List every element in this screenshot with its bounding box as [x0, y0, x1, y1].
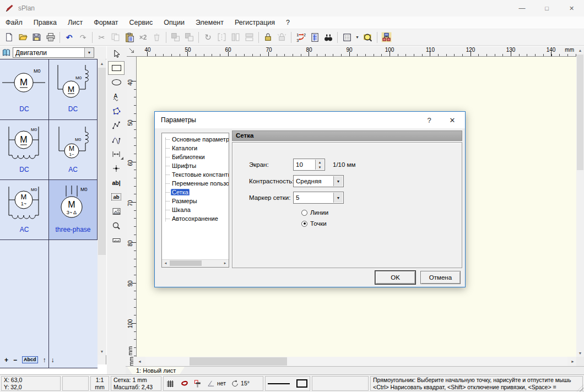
snap-pin-icon[interactable]	[194, 379, 202, 388]
move-up-icon[interactable]: ↑	[43, 356, 46, 364]
cancel-button[interactable]: Отмена	[420, 271, 461, 284]
menu-file[interactable]: Файл	[0, 17, 28, 29]
chevron-down-icon[interactable]: ▼	[333, 193, 343, 203]
save-icon[interactable]	[30, 30, 44, 44]
close-button[interactable]: ✕	[559, 0, 584, 17]
tree-item-libraries[interactable]: Библиотеки	[162, 153, 229, 161]
ellipse-tool[interactable]	[108, 75, 125, 89]
minimize-button[interactable]: —	[510, 0, 534, 17]
scroll-thumb[interactable]	[170, 260, 202, 266]
node-point-tool[interactable]	[108, 161, 125, 175]
renumber-icon[interactable]: 123	[294, 30, 307, 44]
sheet-tab-active[interactable]: 1: Новый лист	[127, 367, 185, 375]
menu-edit[interactable]: Правка	[28, 17, 62, 29]
symbol-ac-coil-bottom[interactable]: M1~M0 AC	[0, 180, 49, 240]
hierarchy-icon[interactable]	[380, 30, 393, 44]
send-to-back-icon[interactable]	[182, 30, 196, 44]
grid-dropdown-icon[interactable]: ▼	[354, 30, 361, 44]
tree-item-autosave[interactable]: Автосохранение	[162, 214, 229, 223]
maximize-button[interactable]: □	[534, 0, 559, 17]
text-tool[interactable]: ab|	[108, 176, 125, 189]
fill-style-sample[interactable]	[296, 379, 307, 388]
canvas-vscrollbar[interactable]: ▲ ▼	[576, 46, 584, 357]
undo-icon[interactable]: ↶	[62, 30, 76, 44]
symbol-ac-coil-right[interactable]: M1~M0 AC	[49, 120, 98, 180]
tree-item-text-constants[interactable]: Текстовые константы	[162, 170, 229, 179]
tree-item-grid[interactable]: Сетка	[162, 188, 229, 197]
scroll-thumb[interactable]	[190, 357, 287, 366]
grid-toggle-icon[interactable]	[166, 379, 175, 388]
library-select[interactable]: Двигатели ▼	[13, 47, 94, 58]
zoom-tool[interactable]	[108, 219, 125, 232]
new-icon[interactable]	[2, 30, 16, 44]
symbol-dc-plain[interactable]: MM0 DC	[0, 59, 49, 120]
library-scrollbar[interactable]: ▲ ▼	[98, 59, 106, 355]
tree-item-fonts[interactable]: Шрифты	[162, 161, 229, 170]
symbol-three-phase[interactable]: M3~ ΔM0 three-phase	[49, 180, 98, 240]
scroll-thumb[interactable]	[98, 68, 106, 255]
menu-sheet[interactable]: Лист	[62, 17, 88, 29]
radio-dots[interactable]: Точки	[301, 220, 327, 227]
scroll-up-icon[interactable]: ▲	[576, 46, 584, 54]
marker-select[interactable]: 5 ▼	[293, 192, 344, 204]
tree-item-general[interactable]: Основные параметры	[162, 135, 229, 144]
search-icon[interactable]	[321, 30, 335, 44]
canvas-hscrollbar[interactable]: mm ◄ ►	[127, 357, 576, 366]
select-tool[interactable]	[108, 47, 125, 61]
tree-item-catalogs[interactable]: Каталоги	[162, 144, 229, 153]
scroll-down-icon[interactable]: ▼	[576, 349, 584, 357]
scroll-thumb[interactable]	[577, 55, 583, 170]
chevron-down-icon[interactable]: ▼	[333, 176, 343, 186]
screen-spinner[interactable]: 10 ▲ ▼	[293, 159, 325, 171]
tree-item-dimensions[interactable]: Размеры	[162, 197, 229, 205]
redo-icon[interactable]: ↷	[76, 30, 90, 44]
delete-icon[interactable]	[150, 30, 164, 44]
line-style-sample[interactable]	[268, 383, 290, 384]
grid-settings-icon[interactable]	[340, 30, 354, 44]
bezier-tool[interactable]	[108, 133, 125, 146]
dimension-tool[interactable]	[108, 147, 125, 161]
dialog-help-button[interactable]: ?	[420, 112, 439, 128]
scroll-left-icon[interactable]: ◄	[138, 360, 142, 363]
rectangle-tool[interactable]	[108, 61, 125, 75]
menu-format[interactable]: Формат	[88, 17, 123, 29]
special-shape-tool[interactable]: A	[108, 90, 125, 104]
move-down-icon[interactable]: ↓	[51, 356, 55, 364]
polyline-tool[interactable]	[108, 118, 125, 132]
scroll-up-icon[interactable]: ▲	[98, 59, 106, 67]
open-icon[interactable]	[16, 30, 30, 44]
measure-tool[interactable]	[108, 233, 125, 247]
rotate-icon[interactable]: ↻	[201, 30, 215, 44]
scroll-right-icon[interactable]: ►	[571, 360, 575, 363]
menu-service[interactable]: Сервис	[124, 17, 159, 29]
menu-element[interactable]: Элемент	[190, 17, 229, 29]
rename-symbol-button[interactable]: Abcd	[22, 356, 38, 363]
cut-icon[interactable]: ✂	[95, 30, 109, 44]
library-dropdown-icon[interactable]: ▼	[84, 48, 94, 57]
lock-icon[interactable]	[261, 30, 275, 44]
flip-horizontal-icon[interactable]	[229, 30, 242, 44]
menu-help[interactable]: ?	[280, 17, 295, 29]
add-symbol-icon[interactable]: +	[4, 356, 8, 364]
image-tool[interactable]	[108, 204, 125, 218]
unlock-icon[interactable]	[275, 30, 289, 44]
copy-icon[interactable]	[109, 30, 122, 44]
tree-hscrollbar[interactable]: ◂ ▸	[162, 259, 229, 267]
rotation-step-control[interactable]: 15°	[231, 379, 250, 388]
menu-registration[interactable]: Регистрация	[229, 17, 280, 29]
menu-options[interactable]: Опции	[158, 17, 190, 29]
remove-symbol-icon[interactable]: −	[13, 356, 17, 364]
zoom-window-icon[interactable]	[361, 30, 375, 44]
scroll-left-icon[interactable]: ◂	[162, 260, 169, 266]
bring-to-front-icon[interactable]	[169, 30, 182, 44]
contrast-select[interactable]: Средняя ▼	[293, 175, 344, 187]
symbol-dc-coil-bottom[interactable]: MM0 DC	[0, 120, 49, 180]
paste-icon[interactable]	[122, 30, 136, 44]
textbox-tool[interactable]: ab	[108, 190, 125, 204]
mirror-icon[interactable]	[215, 30, 229, 44]
scroll-right-icon[interactable]: ▸	[221, 260, 229, 266]
scroll-down-icon[interactable]: ▼	[98, 347, 106, 355]
dialog-title-bar[interactable]: Параметры	[155, 112, 465, 128]
angle-snap-control[interactable]: нет	[207, 379, 226, 388]
tree-item-user-variables[interactable]: Переменные пользователя	[162, 179, 229, 188]
